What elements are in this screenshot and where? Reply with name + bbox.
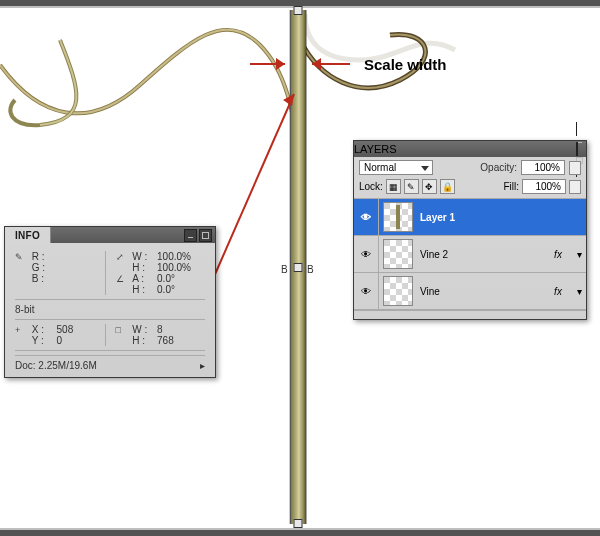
- fill-label: Fill:: [503, 181, 519, 192]
- crosshair-icon: +: [15, 325, 29, 335]
- info-hpct-label: H :: [132, 262, 154, 273]
- info-doc-label: Doc:: [15, 360, 36, 371]
- layer-fx-badge[interactable]: fx: [544, 249, 572, 260]
- transform-handle-top[interactable]: [294, 6, 303, 15]
- layer-thumbnail[interactable]: [383, 202, 413, 232]
- lock-label: Lock:: [359, 181, 383, 192]
- visibility-toggle-icon[interactable]: 👁: [354, 273, 379, 309]
- info-angle-label: A :: [132, 273, 154, 284]
- layers-panel-footer: [354, 310, 586, 319]
- opacity-flyout-icon[interactable]: [569, 161, 581, 175]
- artboard: B B Scale width INFO ✎ R : G :: [0, 0, 600, 536]
- visibility-toggle-icon[interactable]: 👁: [354, 236, 379, 272]
- info-w-label: W :: [132, 324, 154, 335]
- layer-name[interactable]: Vine: [417, 286, 544, 297]
- info-skew-label: H :: [132, 284, 154, 295]
- info-r-label: R :: [32, 251, 54, 262]
- info-bit-depth: 8-bit: [15, 304, 205, 315]
- blend-mode-select[interactable]: Normal: [359, 160, 433, 175]
- eyedropper-icon: ✎: [15, 252, 29, 262]
- angle-icon: ∠: [116, 274, 130, 284]
- opacity-label: Opacity:: [480, 162, 517, 173]
- shadow-bottom: [0, 528, 600, 530]
- transform-handle-mid[interactable]: [294, 263, 303, 272]
- layer-fx-badge[interactable]: fx: [544, 286, 572, 297]
- layer-row[interactable]: 👁Vine 2fx▾: [354, 236, 586, 273]
- fill-flyout-icon[interactable]: [569, 180, 581, 194]
- layer-expand-icon[interactable]: ▾: [572, 249, 586, 260]
- info-doc-arrow-icon[interactable]: ▸: [200, 360, 205, 371]
- scale-icon: ⤢: [116, 252, 130, 262]
- info-angle-value: 0.0°: [157, 273, 175, 284]
- layers-panel-tab[interactable]: LAYERS: [354, 143, 397, 155]
- info-w-value: 8: [157, 324, 163, 335]
- svg-marker-3: [312, 58, 321, 70]
- annotation-scale-width: Scale width: [364, 56, 447, 73]
- chrome-bottom: [0, 530, 600, 536]
- info-h-value: 768: [157, 335, 174, 346]
- lock-transparency-icon[interactable]: ▦: [386, 179, 401, 194]
- transform-selection[interactable]: [290, 10, 306, 524]
- layers-panel-titlebar[interactable]: LAYERS: [354, 141, 586, 157]
- info-panel-tab[interactable]: INFO: [5, 227, 51, 243]
- info-y-value: 0: [57, 335, 63, 346]
- info-h-label: H :: [132, 335, 154, 346]
- info-panel[interactable]: INFO ✎ R : G : B : ⤢ W : 100.0: [4, 226, 216, 378]
- layer-name[interactable]: Layer 1: [417, 212, 544, 223]
- fill-input[interactable]: 100%: [522, 179, 566, 194]
- side-mark-left: B: [281, 264, 288, 275]
- info-x-label: X :: [32, 324, 54, 335]
- visibility-toggle-icon[interactable]: 👁: [354, 199, 379, 235]
- info-panel-body: ✎ R : G : B : ⤢ W : 100.0% H : 100.0% ∠ …: [5, 243, 215, 377]
- blend-mode-value: Normal: [364, 162, 396, 173]
- layer-expand-icon[interactable]: ▾: [572, 286, 586, 297]
- panel-minimize-icon[interactable]: [184, 229, 197, 242]
- info-b-label: B :: [32, 273, 54, 284]
- svg-marker-1: [276, 58, 285, 70]
- info-wpct-value: 100.0%: [157, 251, 191, 262]
- info-x-value: 508: [57, 324, 74, 335]
- layer-name[interactable]: Vine 2: [417, 249, 544, 260]
- opacity-input[interactable]: 100%: [521, 160, 565, 175]
- layer-thumbnail[interactable]: [383, 276, 413, 306]
- lock-all-icon[interactable]: 🔒: [440, 179, 455, 194]
- lock-position-icon[interactable]: ✥: [422, 179, 437, 194]
- info-hpct-value: 100.0%: [157, 262, 191, 273]
- info-panel-titlebar[interactable]: INFO: [5, 227, 215, 243]
- layer-thumbnail[interactable]: [383, 239, 413, 269]
- lock-paint-icon[interactable]: ✎: [404, 179, 419, 194]
- layer-list: 👁Layer 1👁Vine 2fx▾👁Vinefx▾: [354, 199, 586, 310]
- side-mark-right: B: [307, 264, 314, 275]
- transform-handle-bottom[interactable]: [294, 519, 303, 528]
- layer-row[interactable]: 👁Layer 1: [354, 199, 586, 236]
- info-y-label: Y :: [32, 335, 54, 346]
- layers-panel[interactable]: LAYERS Normal Opacity: 100% Lock: ▦ ✎ ✥ …: [353, 140, 587, 320]
- layer-row[interactable]: 👁Vinefx▾: [354, 273, 586, 310]
- info-skew-value: 0.0°: [157, 284, 175, 295]
- dimensions-icon: □: [116, 325, 130, 335]
- info-doc-value: 2.25M/19.6M: [38, 360, 96, 371]
- info-wpct-label: W :: [132, 251, 154, 262]
- panel-menu-icon[interactable]: [199, 229, 212, 242]
- info-g-label: G :: [32, 262, 54, 273]
